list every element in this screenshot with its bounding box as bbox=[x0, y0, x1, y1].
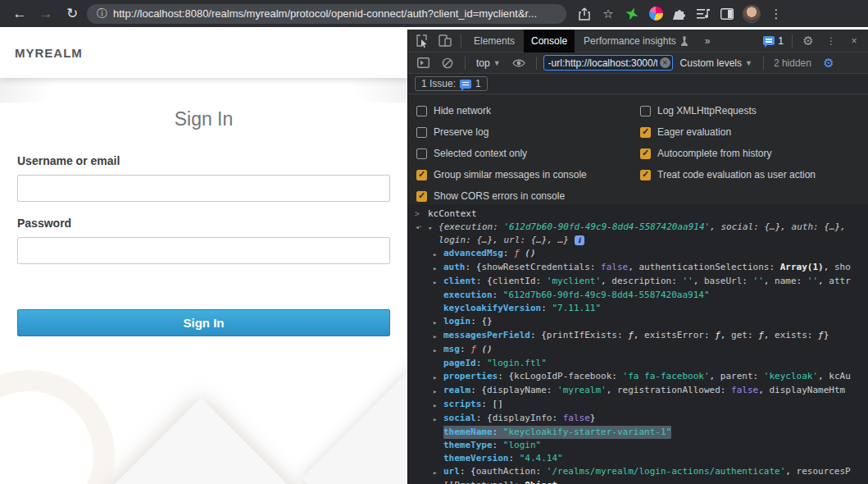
console-toolbar: top ▼ × Custom levels ▼ 2 hidden ⚙ bbox=[408, 53, 868, 74]
console-line: ▸msg: ƒ () bbox=[408, 343, 868, 357]
devtools-menu-icon[interactable]: ⋮ bbox=[820, 31, 842, 51]
issue-chip[interactable]: 1 Issue: 1 bbox=[415, 76, 488, 91]
more-tabs-icon[interactable]: » bbox=[698, 30, 718, 53]
bookmark-star-icon[interactable]: ☆ bbox=[600, 6, 616, 22]
settings-column-left: Hide networkPreserve logSelected context… bbox=[408, 100, 640, 207]
console-line: ▸properties: {kcLogoIdP-facebook: 'fa fa… bbox=[408, 370, 868, 384]
issues-bar: 1 Issue: 1 bbox=[408, 74, 868, 94]
console-line: ▸client: {clientId: 'myclient', descript… bbox=[408, 275, 868, 289]
console-line-text: {execution: '612d7b60-90fd-49c9-8dd4-558… bbox=[439, 221, 868, 247]
checkbox[interactable] bbox=[640, 127, 651, 138]
site-info-icon[interactable]: ⓘ bbox=[97, 7, 107, 21]
console-filter-input[interactable] bbox=[543, 55, 673, 71]
console-line-text: execution: "612d7b60-90fd-49c9-8dd4-5587… bbox=[443, 289, 710, 302]
reload-icon[interactable]: ↻ bbox=[61, 2, 84, 25]
media-controls-icon[interactable] bbox=[695, 6, 711, 22]
context-value: top bbox=[476, 57, 490, 69]
live-expression-eye-icon[interactable] bbox=[508, 53, 529, 73]
checkbox[interactable] bbox=[416, 106, 427, 116]
console-line: ▸[[Prototype]]: Object bbox=[408, 479, 868, 484]
extensions-puzzle-icon[interactable] bbox=[671, 6, 688, 22]
expand-caret-icon[interactable]: ▸ bbox=[433, 329, 443, 343]
console-line-text: realm: {displayName: 'myrealm', registra… bbox=[443, 384, 845, 397]
url-text: http://localhost:8080/realms/myrealm/pro… bbox=[113, 7, 537, 20]
expand-caret-icon[interactable]: ▸ bbox=[433, 275, 443, 289]
device-toolbar-icon[interactable] bbox=[434, 31, 456, 51]
checkbox[interactable] bbox=[640, 148, 651, 159]
address-bar[interactable]: ⓘ http://localhost:8080/realms/myrealm/p… bbox=[87, 4, 566, 24]
console-line-text: properties: {kcLogoIdP-facebook: 'fa fa-… bbox=[443, 370, 851, 383]
browser-window: ← → ↻ ⓘ http://localhost:8080/realms/myr… bbox=[0, 0, 868, 484]
evaluated-info-icon[interactable]: i bbox=[575, 235, 584, 245]
console-line-text: msg: ƒ () bbox=[443, 343, 493, 356]
checkbox-label: Show CORS errors in console bbox=[434, 190, 565, 202]
log-levels-dropdown[interactable]: Custom levels ▼ bbox=[676, 57, 757, 69]
experiment-flask-icon bbox=[680, 36, 688, 46]
expand-caret-icon[interactable]: ▾ bbox=[428, 221, 439, 235]
console-line: themeName: "keycloakify-starter-variant-… bbox=[408, 426, 868, 439]
password-field[interactable] bbox=[17, 237, 390, 264]
tab-performance-insights[interactable]: Performance insights bbox=[576, 30, 696, 53]
console-line: >kcContext bbox=[408, 208, 868, 221]
console-line: ▸url: {oauthAction: '/realms/myrealm/log… bbox=[408, 465, 868, 479]
extension-colorful-icon[interactable] bbox=[648, 6, 664, 22]
checkbox[interactable] bbox=[416, 170, 427, 180]
console-line: keycloakifyVersion: "7.11.11" bbox=[408, 302, 868, 315]
expand-caret-icon[interactable]: ▸ bbox=[433, 370, 443, 384]
tab-elements[interactable]: Elements bbox=[466, 30, 522, 53]
expand-caret-icon[interactable]: ▸ bbox=[433, 315, 443, 329]
forward-icon[interactable]: → bbox=[34, 2, 57, 25]
side-panel-icon[interactable] bbox=[719, 6, 735, 22]
background-ring bbox=[0, 370, 115, 484]
expand-caret-icon[interactable]: ▸ bbox=[433, 247, 443, 261]
header-band bbox=[0, 78, 407, 103]
result-arrow-icon: ◂· bbox=[415, 221, 428, 234]
checkbox[interactable] bbox=[416, 148, 427, 159]
share-icon[interactable] bbox=[576, 6, 593, 22]
setting-row: Log XMLHttpRequests bbox=[640, 100, 868, 121]
sign-in-button[interactable]: Sign In bbox=[17, 309, 390, 336]
issues-counter[interactable]: 1 bbox=[760, 35, 787, 47]
tab-label: Console bbox=[531, 35, 567, 47]
console-messages[interactable]: >kcContext◂·▾{execution: '612d7b60-90fd-… bbox=[408, 204, 868, 484]
devtools-close-icon[interactable]: × bbox=[843, 31, 865, 51]
expand-caret-icon[interactable]: ▸ bbox=[433, 398, 443, 412]
username-field[interactable] bbox=[17, 175, 390, 202]
checkbox[interactable] bbox=[640, 170, 651, 180]
checkbox-label: Autocomplete from history bbox=[657, 148, 771, 159]
browser-menu-icon[interactable]: ⋮ bbox=[768, 6, 784, 22]
clear-filter-icon[interactable]: × bbox=[660, 57, 670, 68]
console-sidebar-icon[interactable] bbox=[412, 53, 434, 73]
console-line-text: themeName: "keycloakify-starter-variant-… bbox=[443, 426, 671, 439]
context-selector[interactable]: top ▼ bbox=[472, 57, 505, 69]
profile-avatar[interactable] bbox=[743, 5, 761, 23]
checkbox-label: Treat code evaluation as user action bbox=[657, 169, 816, 180]
expand-caret-icon[interactable]: ▸ bbox=[433, 384, 443, 398]
console-line-text: kcContext bbox=[428, 208, 477, 221]
console-line: ▸login: {} bbox=[408, 315, 868, 329]
expand-caret-icon[interactable]: ▸ bbox=[433, 343, 443, 357]
expand-caret-icon[interactable]: ▸ bbox=[433, 479, 443, 484]
checkbox-label: Preserve log bbox=[434, 126, 489, 138]
checkbox[interactable] bbox=[416, 191, 427, 202]
setting-row: Group similar messages in console bbox=[416, 164, 640, 185]
console-line: ▸advancedMsg: ƒ () bbox=[408, 247, 868, 261]
checkbox-label: Group similar messages in console bbox=[434, 169, 587, 180]
back-icon[interactable]: ← bbox=[8, 2, 31, 25]
devtools-panel: Elements Console Performance insights » … bbox=[407, 30, 868, 484]
inspect-element-icon[interactable] bbox=[411, 31, 433, 51]
expand-caret-icon[interactable]: ▸ bbox=[433, 412, 443, 426]
console-line-text: pageId: "login.ftl" bbox=[443, 357, 547, 370]
extension-green-star-icon[interactable] bbox=[624, 6, 640, 22]
expand-caret-icon[interactable]: ▸ bbox=[433, 261, 443, 275]
checkbox[interactable] bbox=[640, 106, 651, 116]
tab-console[interactable]: Console bbox=[524, 30, 575, 53]
prompt-chevron-icon: > bbox=[415, 208, 428, 221]
login-page: MYREALM Sign In Username or email Passwo… bbox=[0, 27, 407, 484]
devtools-settings-icon[interactable]: ⚙ bbox=[798, 31, 819, 51]
checkbox[interactable] bbox=[416, 127, 427, 138]
console-settings-icon[interactable]: ⚙ bbox=[818, 53, 839, 73]
expand-caret-icon[interactable]: ▸ bbox=[433, 465, 443, 479]
clear-console-icon[interactable] bbox=[437, 53, 458, 73]
expand-caret-icon bbox=[433, 452, 443, 453]
